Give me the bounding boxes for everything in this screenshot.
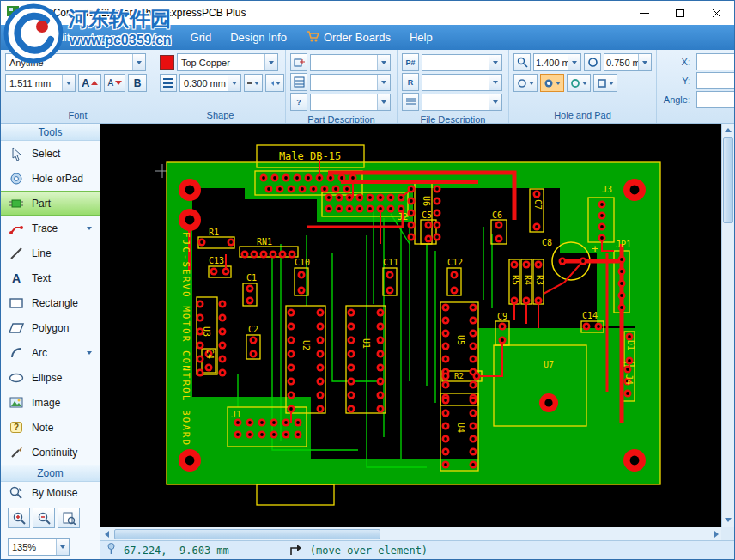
- app-icon: [6, 4, 20, 21]
- reference-select[interactable]: [422, 74, 502, 91]
- svg-text:C11: C11: [383, 258, 398, 267]
- sidebar-item-image[interactable]: Image: [1, 390, 100, 415]
- increase-text-size-button[interactable]: A: [78, 74, 101, 92]
- scroll-left-arrow[interactable]: [100, 527, 113, 540]
- sidebar-item-text[interactable]: A Text: [1, 265, 100, 290]
- sidebar-item-rectangle[interactable]: Rectangle: [1, 290, 100, 315]
- menu-order-boards[interactable]: Order Boards: [296, 25, 400, 50]
- zoom-to-fit-button[interactable]: [58, 508, 80, 528]
- fill-style-button[interactable]: [265, 74, 284, 92]
- sidebar-item-line[interactable]: Line: [1, 240, 100, 265]
- menu-arrange[interactable]: Arrange: [79, 25, 137, 50]
- zoom-out-icon: [38, 512, 51, 525]
- menu-design-info[interactable]: Design Info: [221, 25, 296, 50]
- file-description-group: P# R File Description: [398, 50, 509, 123]
- minimize-button[interactable]: [626, 1, 662, 25]
- hole-size-select[interactable]: 1.400 mm: [533, 53, 581, 71]
- toolbar: Anytime 1.511 mm A A B Font Top Copper 0…: [1, 50, 734, 124]
- pad-shape-selected-button[interactable]: [540, 74, 564, 92]
- zoom-level-select[interactable]: 135%: [8, 538, 70, 556]
- ellipse-icon: [9, 373, 24, 383]
- pad-shape-round-button[interactable]: [513, 74, 538, 92]
- sidebar-item-arc[interactable]: Arc: [1, 340, 100, 365]
- decrease-text-size-button[interactable]: A: [104, 74, 125, 92]
- sidebar-item-select[interactable]: Select: [1, 141, 100, 166]
- menu-view[interactable]: View: [138, 25, 181, 50]
- menu-file[interactable]: File: [4, 25, 41, 50]
- svg-text:U1: U1: [361, 338, 371, 349]
- line-width-select[interactable]: 0.300 mm: [179, 74, 241, 92]
- bold-button[interactable]: B: [128, 74, 147, 92]
- scroll-down-arrow[interactable]: [721, 514, 734, 527]
- layer-select[interactable]: Top Copper: [177, 53, 278, 71]
- sidebar-item-continuity[interactable]: Continuity: [1, 440, 100, 465]
- part-description-group: ? Part Description: [286, 50, 398, 123]
- layer-color-swatch[interactable]: [160, 55, 174, 70]
- angle-field[interactable]: [696, 91, 734, 108]
- pin-number-select[interactable]: [422, 54, 502, 71]
- horizontal-scroll-thumb[interactable]: [114, 529, 380, 539]
- line-style-button[interactable]: [244, 74, 263, 92]
- vertical-scroll-thumb[interactable]: [723, 137, 733, 223]
- pad-shape-via-button[interactable]: [567, 74, 591, 92]
- part-note-select[interactable]: [310, 94, 391, 111]
- x-coordinate-field[interactable]: [696, 53, 734, 70]
- font-name-select[interactable]: Anytime: [5, 53, 146, 71]
- close-button[interactable]: [698, 1, 734, 25]
- sidebar-item-polygon[interactable]: Polygon: [1, 315, 100, 340]
- chevron-down-icon[interactable]: [87, 227, 92, 230]
- maximize-button[interactable]: [662, 1, 698, 25]
- horizontal-scrollbar[interactable]: [100, 527, 723, 540]
- vertical-scrollbar[interactable]: [721, 124, 734, 527]
- pad-shape-square-button[interactable]: [593, 74, 617, 92]
- sidebar-item-part[interactable]: Part: [1, 191, 100, 216]
- font-size-select[interactable]: 1.511 mm: [5, 74, 76, 92]
- menu-grid[interactable]: Grid: [181, 25, 222, 50]
- paint-bucket-icon: [269, 78, 274, 88]
- reference-icon: R: [402, 73, 419, 91]
- svg-text:U4: U4: [456, 423, 465, 433]
- round-pad-icon: [517, 78, 527, 88]
- expresspcb-window: MotorController-2Layer.pcb* - ExpressPCB…: [0, 0, 735, 560]
- zoom-out-button[interactable]: [33, 508, 55, 528]
- pad-size-select[interactable]: 0.750 mm: [604, 53, 652, 71]
- svg-text:RN1: RN1: [257, 237, 272, 247]
- sidebar-item-zoom-by-mouse[interactable]: By Mouse: [1, 482, 100, 504]
- up-arrow-icon: [91, 81, 98, 85]
- svg-text:C6: C6: [492, 210, 502, 220]
- chevron-down-icon: [489, 75, 501, 90]
- window-title: MotorController-2Layer.pcb* - ExpressPCB…: [27, 7, 246, 19]
- menu-edit[interactable]: Edit: [41, 25, 79, 50]
- component-fields-icon: [290, 73, 307, 91]
- part-package-select[interactable]: [310, 74, 391, 91]
- part-id-select[interactable]: [310, 54, 391, 71]
- cursor-coordinates: 67.224, -9.603 mm: [124, 545, 229, 557]
- chevron-down-icon: [62, 75, 75, 91]
- sidebar-item-trace[interactable]: Trace: [1, 216, 100, 240]
- svg-text:+: +: [592, 242, 598, 255]
- status-bar: 67.224, -9.603 mm (move over element): [100, 540, 734, 559]
- file-note-select[interactable]: [422, 94, 502, 111]
- sidebar-item-ellipse[interactable]: Ellipse: [1, 365, 100, 390]
- component-id-icon: [290, 53, 307, 71]
- trace-icon: [9, 222, 24, 234]
- chevron-down-icon: [638, 54, 651, 70]
- zoom-by-mouse-icon: [9, 486, 24, 500]
- svg-text:U5: U5: [456, 335, 465, 345]
- sidebar-item-hole-or-pad[interactable]: Hole orPad: [1, 166, 100, 191]
- zoom-in-button[interactable]: [8, 508, 30, 528]
- pcb-canvas[interactable]: Male DB-15FJC-SERVO MOTOR CONTROL BOARDJ…: [100, 124, 723, 527]
- down-arrow-icon: [115, 81, 122, 85]
- chevron-down-icon: [377, 55, 390, 70]
- chevron-down-icon[interactable]: [87, 351, 92, 355]
- position-group: X: Y: Angle:: [657, 50, 734, 123]
- svg-text:C5: C5: [422, 210, 432, 220]
- svg-text:D1: D1: [626, 340, 635, 350]
- menu-help[interactable]: Help: [400, 25, 442, 50]
- zoom-in-icon: [13, 512, 26, 525]
- scroll-up-arrow[interactable]: [721, 124, 734, 137]
- status-hint: (move over element): [310, 545, 428, 557]
- svg-text:U7: U7: [544, 360, 554, 369]
- y-coordinate-field[interactable]: [696, 72, 734, 89]
- sidebar-item-note[interactable]: ? Note: [1, 415, 100, 440]
